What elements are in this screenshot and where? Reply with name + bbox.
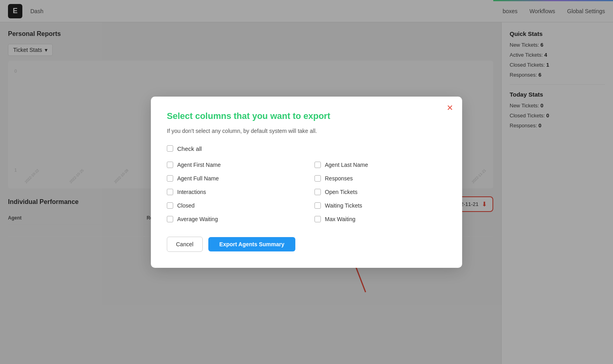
label-agent-last-name[interactable]: Agent Last Name — [325, 162, 368, 168]
label-agent-first-name[interactable]: Agent First Name — [177, 162, 221, 168]
column-option-max-waiting: Max Waiting — [314, 216, 446, 222]
column-option-open-tickets: Open Tickets — [314, 189, 446, 195]
checkbox-agent-last-name[interactable] — [314, 162, 321, 168]
checkbox-interactions[interactable] — [167, 189, 173, 195]
checkbox-agent-full-name[interactable] — [167, 175, 173, 182]
label-interactions[interactable]: Interactions — [177, 189, 206, 195]
check-all-label[interactable]: Check all — [177, 145, 202, 152]
columns-grid: Agent First Name Agent Last Name Agent F… — [167, 162, 446, 222]
label-closed[interactable]: Closed — [177, 202, 195, 209]
export-agents-summary-button[interactable]: Export Agents Summary — [208, 237, 296, 251]
column-option-agent-last-name: Agent Last Name — [314, 162, 446, 168]
checkbox-closed[interactable] — [167, 202, 173, 209]
label-agent-full-name[interactable]: Agent Full Name — [177, 175, 219, 182]
check-all-checkbox[interactable] — [167, 145, 173, 152]
column-option-agent-first-name: Agent First Name — [167, 162, 299, 168]
modal-subtitle: If you don't select any column, by defau… — [167, 128, 446, 134]
column-option-waiting-tickets: Waiting Tickets — [314, 202, 446, 209]
modal-overlay[interactable]: ✕ Select columns that you want to export… — [0, 0, 613, 364]
label-max-waiting[interactable]: Max Waiting — [325, 216, 356, 222]
checkbox-average-waiting[interactable] — [167, 216, 173, 222]
label-waiting-tickets[interactable]: Waiting Tickets — [325, 202, 362, 209]
column-option-closed: Closed — [167, 202, 299, 209]
column-option-agent-full-name: Agent Full Name — [167, 175, 299, 182]
modal-title: Select columns that you want to export — [167, 111, 446, 121]
checkbox-open-tickets[interactable] — [314, 189, 321, 195]
column-option-interactions: Interactions — [167, 189, 299, 195]
checkbox-agent-first-name[interactable] — [167, 162, 173, 168]
label-average-waiting[interactable]: Average Waiting — [177, 216, 218, 222]
checkbox-max-waiting[interactable] — [314, 216, 321, 222]
label-responses[interactable]: Responses — [325, 175, 353, 182]
modal-close-button[interactable]: ✕ — [447, 104, 453, 112]
modal-dialog: ✕ Select columns that you want to export… — [151, 97, 462, 268]
column-option-responses: Responses — [314, 175, 446, 182]
check-all-row: Check all — [167, 145, 446, 152]
label-open-tickets[interactable]: Open Tickets — [325, 189, 358, 195]
column-option-average-waiting: Average Waiting — [167, 216, 299, 222]
cancel-button[interactable]: Cancel — [167, 237, 203, 252]
checkbox-waiting-tickets[interactable] — [314, 202, 321, 209]
checkbox-responses[interactable] — [314, 175, 321, 182]
modal-actions: Cancel Export Agents Summary — [167, 237, 446, 252]
